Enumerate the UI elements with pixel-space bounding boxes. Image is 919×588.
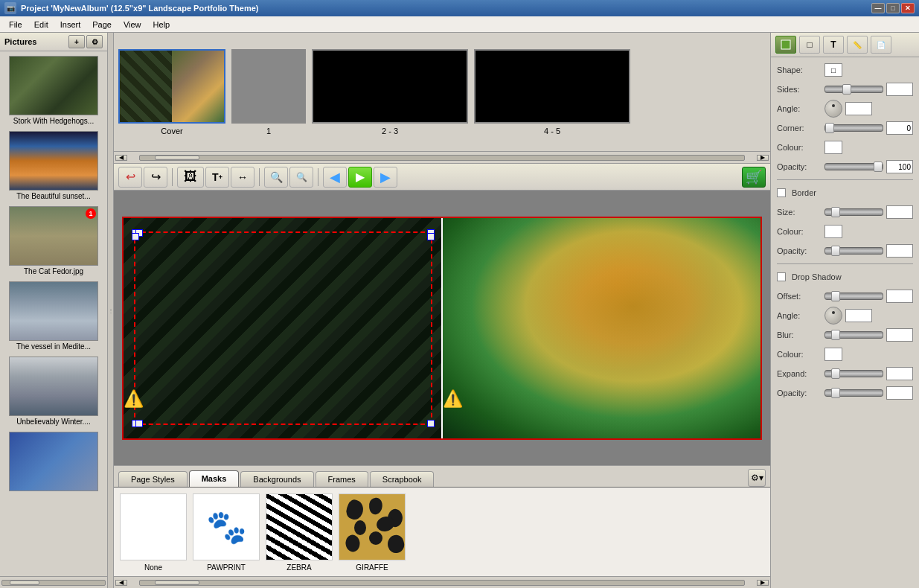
corner-slider[interactable] <box>824 124 883 132</box>
mask-none[interactable]: None <box>120 493 187 572</box>
shadow-opacity-slider[interactable] <box>824 389 883 397</box>
offset-thumb[interactable] <box>831 291 840 301</box>
right-tool-frame[interactable]: □ <box>799 36 820 54</box>
sidebar-scrollbar[interactable] <box>0 576 107 588</box>
add-picture-button[interactable]: + <box>68 35 85 48</box>
border-size-slider[interactable] <box>824 208 883 216</box>
list-item[interactable]: Stork With Hedgehogs... <box>3 54 104 127</box>
mask-giraffe[interactable]: GIRAFFE <box>339 493 406 572</box>
list-item[interactable]: The Beautiful sunset... <box>3 130 104 202</box>
colour-picker[interactable] <box>824 141 842 154</box>
page-thumb-cover[interactable]: Cover <box>118 49 225 135</box>
add-photo-button[interactable]: 🖼 <box>177 167 204 188</box>
expand-slider[interactable] <box>824 370 883 377</box>
page-thumb-1[interactable]: 1 <box>231 49 306 135</box>
shape-selector[interactable]: □ <box>824 63 842 77</box>
sidebar-scroll-thumb[interactable] <box>10 581 39 585</box>
undo-button[interactable]: ↩ <box>118 167 142 188</box>
tab-page-styles[interactable]: Page Styles <box>118 471 188 487</box>
expand-thumb[interactable] <box>831 368 840 379</box>
border-opacity-thumb[interactable] <box>831 246 840 256</box>
right-tool-shape[interactable] <box>775 36 796 54</box>
mask-pawprint[interactable]: 🐾 PAWPRINT <box>193 493 260 572</box>
sides-value[interactable] <box>886 83 913 96</box>
opacity-value[interactable]: 100 <box>886 160 913 173</box>
border-colour-picker[interactable] <box>824 225 842 238</box>
scroll-left-arrow[interactable]: ◀ <box>115 155 127 161</box>
list-item[interactable]: Unbelievably Winter.... <box>3 355 104 427</box>
page-thumb-4-5[interactable]: 4 - 5 <box>474 49 630 135</box>
blur-value[interactable] <box>886 328 913 342</box>
move-back-button[interactable]: ↔ <box>231 167 254 188</box>
shadow-angle-value[interactable] <box>845 309 872 322</box>
maximize-button[interactable]: □ <box>886 3 900 13</box>
sidebar-resize-handle[interactable]: ⋮ <box>108 33 114 588</box>
scroll-right-arrow[interactable]: ▶ <box>757 155 769 161</box>
border-checkbox[interactable] <box>777 188 786 197</box>
bottom-scrollbar[interactable]: ◀ ▶ <box>114 576 770 588</box>
right-tool-measure[interactable]: 📏 <box>847 36 868 54</box>
next-page-button[interactable]: ▶ <box>374 167 397 188</box>
sides-slider-thumb[interactable] <box>842 84 851 95</box>
mask-zebra[interactable]: ZEBRA <box>266 493 333 572</box>
zoom-in-button[interactable]: 🔍 <box>289 167 313 188</box>
shadow-opacity-thumb[interactable] <box>831 388 840 398</box>
bottom-scroll-thumb[interactable] <box>155 581 199 585</box>
scroll-left-bottom-arrow[interactable]: ◀ <box>115 580 127 586</box>
list-item[interactable] <box>3 430 104 494</box>
handle-mr[interactable] <box>427 233 435 240</box>
angle-value[interactable] <box>845 102 872 115</box>
handle-br[interactable] <box>427 420 435 427</box>
opacity-slider[interactable] <box>824 163 883 170</box>
tab-scrapbook[interactable]: Scrapbook <box>370 471 435 487</box>
canvas-right-photo[interactable]: ⚠️ <box>443 218 761 438</box>
canvas-left-photo[interactable]: ⚠️ <box>124 218 443 438</box>
tab-masks[interactable]: Masks <box>189 470 240 487</box>
shadow-angle-knob[interactable] <box>824 307 842 325</box>
opacity-slider-thumb[interactable] <box>874 162 883 172</box>
corner-value[interactable]: 0 <box>886 121 913 135</box>
border-opacity-slider[interactable] <box>824 247 883 255</box>
add-text-button[interactable]: T+ <box>205 167 229 188</box>
blur-thumb[interactable] <box>831 330 840 340</box>
prev-page-button[interactable]: ◀ <box>323 167 347 188</box>
handle-bm[interactable] <box>135 420 143 427</box>
right-tool-text[interactable]: T <box>823 36 844 54</box>
sidebar-scroll-track[interactable] <box>1 580 106 586</box>
minimize-button[interactable]: — <box>871 3 885 13</box>
menu-help[interactable]: Help <box>147 19 176 31</box>
border-opacity-value[interactable] <box>886 244 913 258</box>
border-size-value[interactable] <box>886 205 913 219</box>
angle-knob[interactable] <box>824 100 842 118</box>
shadow-colour-picker[interactable] <box>824 348 842 361</box>
shadow-opacity-value[interactable] <box>886 386 913 400</box>
handle-ml[interactable] <box>132 233 139 240</box>
zoom-out-button[interactable]: 🔍 <box>264 167 288 188</box>
pictures-settings-button[interactable]: ⚙ <box>86 35 103 48</box>
thumbnail-scroll-thumb[interactable] <box>155 156 199 160</box>
tab-backgrounds[interactable]: Backgrounds <box>240 471 313 487</box>
border-size-thumb[interactable] <box>831 207 840 217</box>
offset-slider[interactable] <box>824 293 883 300</box>
dropshadow-checkbox[interactable] <box>777 272 786 281</box>
bottom-scroll-track[interactable] <box>139 580 745 586</box>
page-thumb-2-3[interactable]: 2 - 3 <box>312 49 468 135</box>
close-button[interactable]: ✕ <box>901 3 915 13</box>
thumbnail-scroll-track[interactable] <box>139 155 745 161</box>
menu-edit[interactable]: Edit <box>28 19 54 31</box>
menu-page[interactable]: Page <box>86 19 118 31</box>
expand-value[interactable] <box>886 367 913 380</box>
tab-frames[interactable]: Frames <box>316 471 368 487</box>
sides-slider[interactable] <box>824 86 883 93</box>
list-item[interactable]: The vessel in Medite... <box>3 280 104 352</box>
offset-value[interactable] <box>886 290 913 303</box>
cart-button[interactable]: 🛒 <box>742 167 766 188</box>
thumbnail-scrollbar[interactable]: ◀ ▶ <box>114 152 770 164</box>
right-tool-page[interactable]: 📄 <box>871 36 891 54</box>
tab-settings-button[interactable]: ⚙▾ <box>748 469 766 487</box>
play-button[interactable]: ▶ <box>348 167 372 188</box>
redo-button[interactable]: ↪ <box>144 167 167 188</box>
menu-insert[interactable]: Insert <box>54 19 87 31</box>
list-item[interactable]: 1 The Cat Fedor.jpg <box>3 205 104 277</box>
scroll-right-bottom-arrow[interactable]: ▶ <box>757 580 769 586</box>
